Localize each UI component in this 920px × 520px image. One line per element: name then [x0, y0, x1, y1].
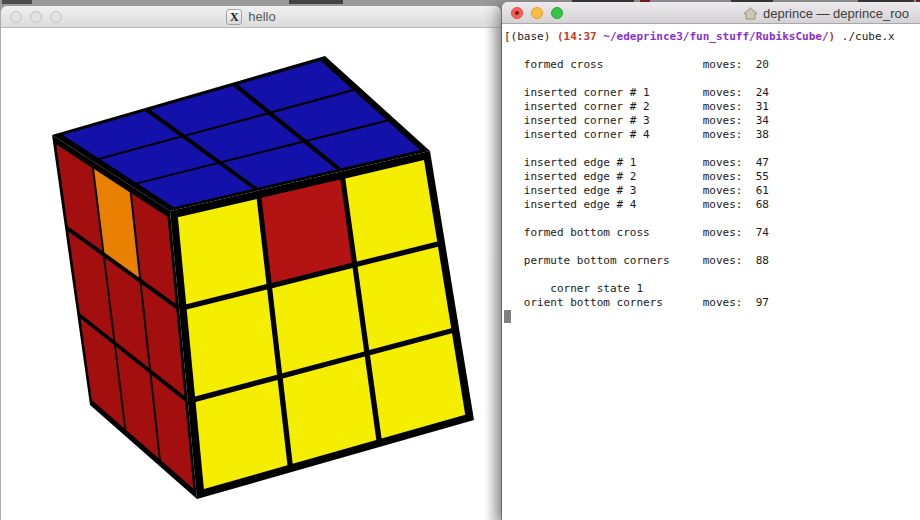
- prompt-command: ./cube.x: [835, 30, 895, 43]
- hello-title-group: X hello: [226, 9, 275, 25]
- opengl-viewport[interactable]: [1, 28, 501, 520]
- prompt-time: (14:37: [557, 30, 603, 43]
- terminal-output: formed cross moves: 20 inserted corner #…: [504, 44, 920, 310]
- hello-titlebar[interactable]: X hello: [1, 6, 501, 28]
- terminal-content[interactable]: [(base) (14:37 ~/edeprince3/fun_stuff/Ru…: [502, 24, 920, 520]
- rubiks-cube-render: [1, 28, 501, 520]
- terminal-window: deprince — deprince_roo [(base) (14:37 ~…: [502, 2, 920, 520]
- zoom-button[interactable]: [551, 7, 563, 19]
- terminal-window-title: deprince — deprince_roo: [763, 6, 909, 21]
- zoom-button[interactable]: [50, 11, 62, 23]
- x11-hello-window: X hello: [0, 6, 502, 520]
- close-button[interactable]: [511, 7, 523, 19]
- terminal-title-group: deprince — deprince_roo: [743, 2, 909, 24]
- shell-prompt-line: [(base) (14:37 ~/edeprince3/fun_stuff/Ru…: [504, 30, 920, 44]
- minimize-button[interactable]: [531, 7, 543, 19]
- desktop-fragment: [289, 0, 343, 4]
- hello-traffic-lights: [10, 6, 62, 28]
- prompt-path: ~/edeprince3/fun_stuff/RubiksCube/: [603, 30, 828, 43]
- x11-logo-icon: X: [226, 9, 242, 25]
- hello-window-title: hello: [248, 9, 275, 24]
- prompt-conda-env: [(base): [504, 30, 557, 43]
- terminal-traffic-lights: [511, 2, 563, 24]
- desktop-fragment: [2, 0, 32, 4]
- terminal-cursor-row: [504, 310, 920, 324]
- close-button[interactable]: [10, 11, 22, 23]
- terminal-cursor: [504, 310, 511, 323]
- minimize-button[interactable]: [30, 11, 42, 23]
- terminal-titlebar[interactable]: deprince — deprince_roo: [502, 2, 920, 24]
- home-folder-icon: [743, 6, 758, 21]
